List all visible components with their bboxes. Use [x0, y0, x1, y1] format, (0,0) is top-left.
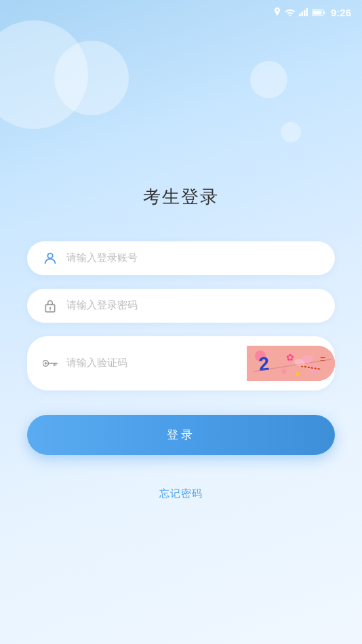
key-icon: [42, 359, 58, 368]
captcha-image[interactable]: 2 ✿ =: [247, 346, 335, 381]
location-icon: [273, 7, 281, 17]
main-content: 考生登录 请输入登录账号 请输入登录密码: [0, 0, 362, 644]
status-icons: [273, 7, 325, 17]
clock: 9:26: [331, 7, 351, 18]
svg-text:=: =: [320, 354, 325, 365]
password-input-field[interactable]: 请输入登录密码: [27, 289, 335, 323]
lock-icon: [42, 298, 58, 313]
svg-rect-3: [306, 8, 308, 16]
login-form: 请输入登录账号 请输入登录密码: [27, 241, 335, 500]
svg-point-12: [45, 362, 47, 364]
svg-rect-1: [301, 12, 303, 17]
svg-text:2: 2: [258, 353, 270, 374]
svg-rect-2: [304, 10, 306, 16]
login-button[interactable]: 登录: [27, 415, 335, 455]
account-input-field[interactable]: 请输入登录账号: [27, 241, 335, 275]
svg-point-18: [310, 365, 319, 374]
page-title: 考生登录: [143, 185, 219, 209]
account-placeholder: 请输入登录账号: [66, 251, 320, 264]
svg-rect-5: [323, 11, 325, 14]
signal-icon: [299, 8, 308, 16]
svg-rect-0: [299, 14, 301, 16]
svg-point-23: [296, 372, 300, 376]
forgot-password-link[interactable]: 忘记密码: [27, 487, 335, 500]
captcha-input-field[interactable]: 请输入验证码 2 ✿ =: [27, 336, 335, 390]
battery-icon: [312, 9, 325, 16]
status-bar: 9:26: [0, 0, 362, 24]
svg-rect-6: [313, 10, 321, 14]
svg-text:✿: ✿: [286, 352, 294, 363]
svg-point-7: [47, 253, 52, 258]
password-placeholder: 请输入登录密码: [66, 299, 320, 312]
captcha-placeholder: 请输入验证码: [66, 357, 239, 369]
wifi-icon: [285, 8, 296, 16]
person-icon: [42, 251, 58, 266]
svg-point-24: [281, 369, 287, 374]
